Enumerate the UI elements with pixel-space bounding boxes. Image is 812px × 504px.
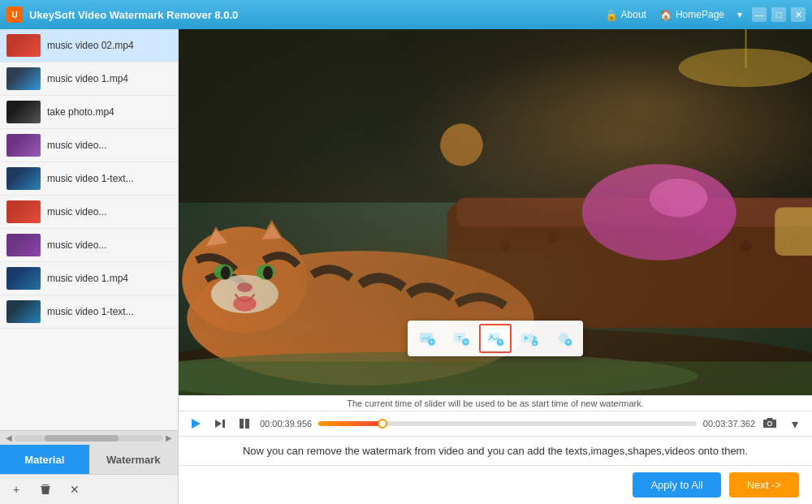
video-thumbnail — [6, 167, 41, 190]
scrollbar-thumb[interactable] — [45, 435, 119, 442]
scroll-left-arrow[interactable]: ◀ — [3, 433, 15, 442]
tab-material[interactable]: Material — [0, 445, 89, 474]
progress-thumb[interactable] — [378, 419, 387, 429]
video-name: music video 1.mp4 — [47, 273, 128, 284]
tooltip-bar: The current time of slider will be used … — [179, 395, 812, 411]
content-area: + T + — [179, 29, 812, 504]
svg-rect-58 — [245, 419, 249, 429]
step-forward-button[interactable] — [211, 415, 229, 433]
add-watermark-button[interactable]: + — [411, 324, 443, 353]
close-button[interactable]: ✕ — [791, 7, 806, 22]
homepage-link[interactable]: 🏠 HomePage — [659, 9, 724, 21]
video-thumbnail — [6, 200, 41, 223]
svg-text:+: + — [499, 339, 502, 345]
file-list: music video 02.mp4 music video 1.mp4 tak… — [0, 29, 178, 430]
video-thumbnail — [6, 134, 41, 157]
video-thumbnail — [6, 234, 41, 256]
delete-file-button[interactable] — [36, 480, 55, 499]
svg-text:T: T — [457, 334, 461, 342]
video-frame: + T + — [179, 29, 812, 395]
svg-text:+: + — [464, 339, 468, 345]
video-thumbnail — [6, 300, 41, 323]
add-image-button[interactable]: + — [479, 324, 512, 353]
svg-text:+: + — [533, 341, 537, 346]
sidebar-item[interactable]: music video 1-text... — [0, 295, 178, 329]
tab-watermark[interactable]: Watermark — [89, 445, 179, 474]
progress-bar[interactable] — [318, 421, 697, 426]
video-name: take photo.mp4 — [47, 106, 114, 118]
titlebar-nav: 🔒 About 🏠 HomePage ▾ — [605, 9, 742, 21]
watermark-toolbar: + T + — [408, 321, 583, 356]
video-name: music video 02.mp4 — [47, 40, 134, 51]
scrollbar-track[interactable] — [15, 435, 163, 442]
svg-point-60 — [768, 422, 771, 425]
clear-file-button[interactable]: ✕ — [65, 480, 84, 499]
bottom-bar: Apply to All Next -> — [179, 465, 812, 504]
video-name: music video 1.mp4 — [47, 73, 128, 84]
video-thumbnail — [6, 101, 41, 123]
video-name: music video... — [47, 239, 106, 251]
svg-marker-55 — [215, 420, 222, 428]
sidebar-item[interactable]: music video 02.mp4 — [0, 29, 178, 62]
sidebar-item[interactable]: music video... — [0, 129, 178, 162]
video-thumbnail — [6, 267, 41, 290]
maximize-button[interactable]: □ — [771, 7, 786, 22]
about-link[interactable]: 🔒 About — [605, 9, 646, 21]
video-thumbnail — [6, 34, 41, 57]
progress-fill — [318, 421, 382, 426]
apply-to-all-button[interactable]: Apply to All — [633, 472, 720, 498]
add-video-button[interactable]: + — [513, 324, 546, 353]
video-preview: + T + — [179, 29, 812, 395]
tab-bar: Material Watermark — [0, 445, 178, 474]
volume-button[interactable]: ▾ — [786, 415, 804, 433]
dropdown-arrow[interactable]: ▾ — [737, 9, 742, 20]
play-button[interactable] — [187, 415, 205, 433]
add-shape-button[interactable]: + — [547, 324, 580, 353]
sidebar-item[interactable]: take photo.mp4 — [0, 96, 178, 129]
tooltip-text: The current time of slider will be used … — [347, 398, 644, 408]
app-title: UkeySoft Video Watermark Remover 8.0.0 — [29, 9, 605, 21]
screenshot-button[interactable] — [762, 415, 780, 433]
sidebar-item[interactable]: music video 1-text... — [0, 162, 178, 196]
stop-button[interactable] — [235, 415, 253, 433]
titlebar: U UkeySoft Video Watermark Remover 8.0.0… — [0, 0, 812, 29]
app-logo: U — [6, 6, 23, 23]
svg-text:+: + — [430, 339, 434, 345]
sidebar-item[interactable]: music video... — [0, 196, 178, 229]
sidebar-item[interactable]: music video... — [0, 229, 178, 262]
sidebar-actions: + ✕ — [0, 474, 178, 504]
time-current: 00:00:39.956 — [260, 419, 312, 429]
video-thumbnail — [6, 67, 41, 90]
svg-rect-57 — [240, 419, 244, 429]
sidebar-item[interactable]: music video 1.mp4 — [0, 62, 178, 96]
video-name: music video 1-text... — [47, 306, 134, 317]
sidebar-scrollbar[interactable]: ◀ ▶ — [0, 430, 178, 445]
video-name: music video... — [47, 140, 106, 151]
window-controls: — □ ✕ — [752, 7, 806, 22]
video-name: music video... — [47, 206, 106, 218]
svg-marker-54 — [192, 419, 201, 429]
svg-rect-56 — [222, 420, 225, 428]
video-name: music video 1-text... — [47, 173, 134, 184]
time-total: 00:03:37.362 — [703, 419, 755, 429]
sidebar-item[interactable]: music video 1.mp4 — [0, 262, 178, 295]
scroll-right-arrow[interactable]: ▶ — [163, 433, 175, 442]
next-button[interactable]: Next -> — [729, 472, 799, 498]
info-text: Now you can remove the watermark from vi… — [179, 436, 812, 465]
add-text-button[interactable]: T + — [445, 324, 477, 353]
svg-text:+: + — [567, 339, 570, 345]
video-controls: 00:00:39.956 00:03:37.362 ▾ — [179, 411, 812, 436]
main-layout: music video 02.mp4 music video 1.mp4 tak… — [0, 29, 812, 504]
add-file-button[interactable]: + — [6, 480, 26, 499]
sidebar: music video 02.mp4 music video 1.mp4 tak… — [0, 29, 179, 504]
minimize-button[interactable]: — — [752, 7, 767, 22]
